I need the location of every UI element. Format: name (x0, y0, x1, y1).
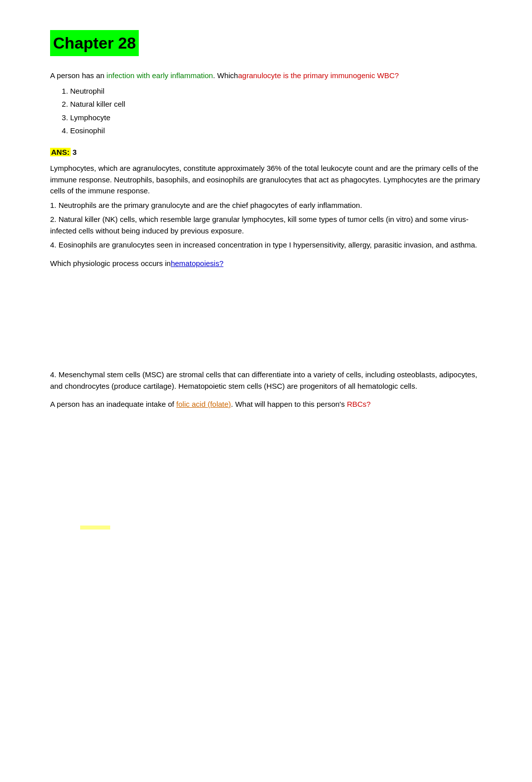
question-1-options: Neutrophil Natural killer cell Lymphocyt… (70, 86, 482, 137)
exp-para-4: 4. Eosinophils are granulocytes seen in … (50, 239, 482, 251)
q3-red: RBCs? (347, 400, 371, 408)
option-2: Natural killer cell (70, 99, 482, 110)
q1-red: agranulocyte is the primary immunogenic … (238, 71, 399, 80)
q2-intro: Which physiologic process occurs in (50, 259, 171, 268)
exp-para-2: 1. Neutrophils are the primary granulocy… (50, 200, 482, 211)
explanation-1: Lymphocytes, which are agranulocytes, co… (50, 163, 482, 251)
answer-1: ANS: 3 (50, 147, 482, 158)
q1-green: infection with early inflammation (107, 71, 213, 80)
q3-middle: . What will happen to this person's (231, 400, 347, 408)
exp-para-1: Lymphocytes, which are agranulocytes, co… (50, 163, 482, 197)
option-4: Eosinophil (70, 125, 482, 137)
ans-line: ANS: 3 (50, 147, 482, 158)
question-2-text: Which physiologic process occurs inhemat… (50, 258, 482, 270)
section-2-text: 4. Mesenchymal stem cells (MSC) are stro… (50, 369, 482, 392)
chapter-title: Chapter 28 (50, 30, 482, 70)
q3-orange: folic acid (folate) (176, 400, 231, 408)
q2-blue: hematopoiesis? (171, 259, 223, 268)
option-3: Lymphocyte (70, 112, 482, 124)
option-1: Neutrophil (70, 86, 482, 97)
ans-number: 3 (71, 148, 77, 156)
q1-middle: . Which (213, 71, 238, 80)
q1-intro: A person has an (50, 71, 107, 80)
yellow-highlight-decoration (80, 526, 110, 530)
q3-intro: A person has an inadequate intake of (50, 400, 176, 408)
question-3: A person has an inadequate intake of fol… (50, 399, 482, 410)
exp-para-3: 2. Natural killer (NK) cells, which rese… (50, 214, 482, 236)
question-1-text: A person has an infection with early inf… (50, 70, 482, 82)
question-2: Which physiologic process occurs inhemat… (50, 258, 482, 270)
question-1: A person has an infection with early inf… (50, 70, 482, 137)
question-3-text: A person has an inadequate intake of fol… (50, 399, 482, 410)
ans-label: ANS: (50, 148, 71, 156)
section-2-explanation: 4. Mesenchymal stem cells (MSC) are stro… (50, 369, 482, 392)
